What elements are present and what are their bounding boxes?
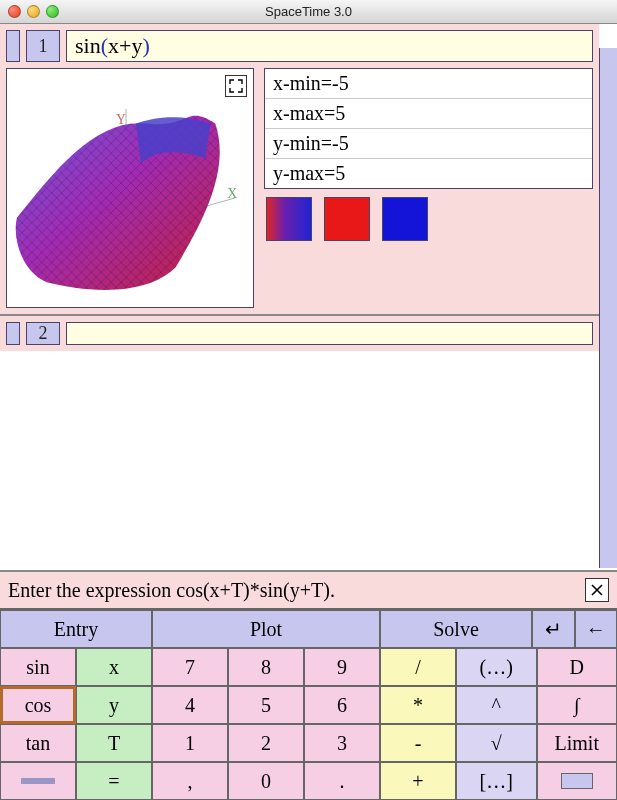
close-icon[interactable] [8,5,21,18]
key-derivative[interactable]: D [537,648,618,686]
swatch-gradient[interactable] [266,197,312,241]
row-handle[interactable] [6,30,20,62]
param-ymax[interactable]: y-max=5 [265,159,592,188]
expr-text: sin [75,33,101,58]
hint-bar: Enter the expression cos(x+T)*sin(y+T). [0,570,617,609]
surface-plot: X Y [7,69,253,307]
swatch-red[interactable] [324,197,370,241]
expr-body: x+y [108,33,142,58]
key-y[interactable]: y [76,686,152,724]
key-power[interactable]: ^ [456,686,537,724]
key-divide[interactable]: / [380,648,456,686]
swatch-blue[interactable] [382,197,428,241]
key-backspace[interactable]: ← [575,610,618,648]
key-5[interactable]: 5 [228,686,304,724]
expression-panel-1: 1 sin(x+y) [0,24,599,316]
minimize-icon[interactable] [27,5,40,18]
key-9[interactable]: 9 [304,648,380,686]
expression-input[interactable]: sin(x+y) [66,30,593,62]
param-xmin[interactable]: x-min=-5 [265,69,592,99]
key-equals[interactable]: = [76,762,152,800]
expression-panel-2: 2 [0,316,599,351]
key-T[interactable]: T [76,724,152,762]
titlebar: SpaceTime 3.0 [0,0,617,24]
hint-text: Enter the expression cos(x+T)*sin(y+T). [8,579,577,602]
key-tan[interactable]: tan [0,724,76,762]
expand-icon[interactable] [225,75,247,97]
key-limit[interactable]: Limit [537,724,618,762]
key-0[interactable]: 0 [228,762,304,800]
key-blank[interactable] [0,762,76,800]
scrollbar[interactable] [599,48,617,568]
line-number: 2 [26,322,60,345]
plot-3d[interactable]: X Y [6,68,254,308]
key-dot[interactable]: . [304,762,380,800]
tab-entry[interactable]: Entry [0,610,152,648]
param-ymin[interactable]: y-min=-5 [265,129,592,159]
key-minus[interactable]: - [380,724,456,762]
key-integral[interactable]: ∫ [537,686,618,724]
content-area: 1 sin(x+y) [0,24,617,800]
expression-input[interactable] [66,322,593,345]
key-parens[interactable]: (…) [456,648,537,686]
svg-text:X: X [227,186,237,201]
key-6[interactable]: 6 [304,686,380,724]
key-sqrt[interactable]: √ [456,724,537,762]
placeholder-rect-icon [561,773,593,789]
key-plus[interactable]: + [380,762,456,800]
key-multiply[interactable]: * [380,686,456,724]
svg-text:Y: Y [116,112,126,127]
key-x[interactable]: x [76,648,152,686]
plot-params[interactable]: x-min=-5 x-max=5 y-min=-5 y-max=5 [264,68,593,189]
zoom-icon[interactable] [46,5,59,18]
key-3[interactable]: 3 [304,724,380,762]
paren-close: ) [142,33,149,58]
param-xmax[interactable]: x-max=5 [265,99,592,129]
key-sin[interactable]: sin [0,648,76,686]
key-brackets[interactable]: […] [456,762,537,800]
workspace-empty [0,351,599,570]
key-comma[interactable]: , [152,762,228,800]
row-handle[interactable] [6,322,20,345]
key-8[interactable]: 8 [228,648,304,686]
key-cos[interactable]: cos [0,686,76,724]
keypad-header-row: Entry Plot Solve ↵ ← [0,610,617,648]
key-1[interactable]: 1 [152,724,228,762]
paren-open: ( [101,33,108,58]
key-4[interactable]: 4 [152,686,228,724]
key-enter[interactable]: ↵ [532,610,575,648]
color-swatches [264,197,593,241]
key-7[interactable]: 7 [152,648,228,686]
key-2[interactable]: 2 [228,724,304,762]
window-title: SpaceTime 3.0 [0,4,617,19]
app-window: SpaceTime 3.0 1 sin(x+y) [0,0,617,800]
key-placeholder[interactable] [537,762,618,800]
keypad: Entry Plot Solve ↵ ← sin x 7 8 9 / (…) D… [0,609,617,800]
tab-plot[interactable]: Plot [152,610,380,648]
line-number: 1 [26,30,60,62]
tab-solve[interactable]: Solve [380,610,532,648]
close-hint-icon[interactable] [585,578,609,602]
